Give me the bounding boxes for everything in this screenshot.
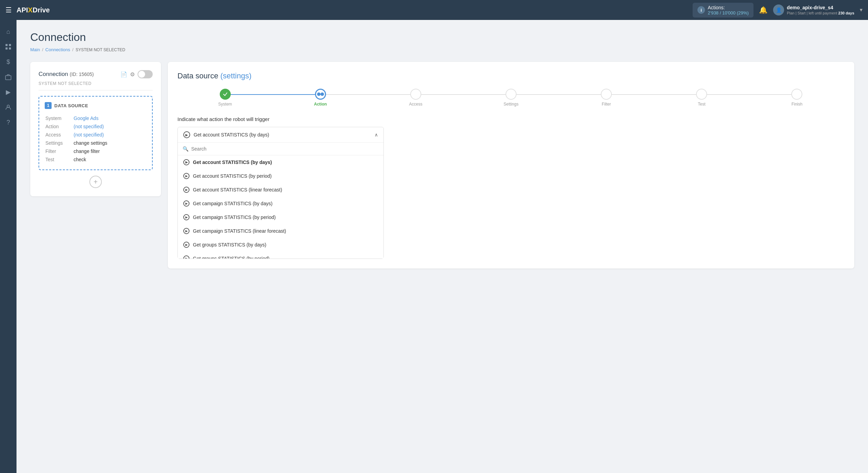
row-label: Filter — [45, 147, 73, 155]
step-settings[interactable]: Settings — [463, 89, 558, 107]
document-icon[interactable]: 📄 — [120, 71, 127, 78]
sidebar-item-work[interactable] — [2, 71, 14, 83]
row-value: Google Ads — [74, 114, 146, 122]
logo-drive: Drive — [33, 6, 50, 14]
logo: APIXDrive — [17, 6, 50, 14]
row-value: (not specified) — [74, 123, 146, 130]
actions-label: Actions: — [708, 5, 749, 10]
svg-rect-2 — [6, 47, 8, 50]
option-item[interactable]: ▶ Get account STATISTICS (linear forecas… — [178, 183, 383, 197]
step-circle-filter — [601, 89, 612, 100]
breadcrumb-main[interactable]: Main — [30, 47, 40, 52]
step-label-finish: Finish — [791, 102, 802, 107]
step-circle-action — [315, 89, 326, 100]
option-item[interactable]: ▶ Get campaign STATISTICS (by days) — [178, 197, 383, 210]
svg-rect-3 — [9, 47, 11, 50]
datasource-number: 1 — [45, 102, 52, 109]
step-access[interactable]: Access — [368, 89, 463, 107]
row-value: change filter — [74, 147, 146, 155]
dropdown-container: ▶ Get account STATISTICS (by days) ∧ 🔍 ▶… — [177, 127, 384, 259]
add-button[interactable]: + — [89, 176, 102, 188]
option-item[interactable]: ▶ Get account STATISTICS (by days) — [178, 155, 383, 169]
option-item[interactable]: ▶ Get campaign STATISTICS (linear foreca… — [178, 224, 383, 238]
test-value: check — [74, 157, 86, 162]
panels: Connection (ID: 15605) 📄 ⚙ SYSTEM NOT SE… — [30, 62, 854, 268]
stepper: System Action Access Settings — [177, 89, 845, 107]
breadcrumb: Main / Connections / SYSTEM NOT SELECTED — [30, 47, 854, 52]
toggle-switch[interactable] — [138, 70, 153, 78]
row-label: Action — [45, 123, 73, 130]
option-item[interactable]: ▶ Get groups STATISTICS (by days) — [178, 238, 383, 252]
search-input[interactable] — [191, 146, 379, 152]
row-label: System — [45, 114, 73, 122]
breadcrumb-connections[interactable]: Connections — [45, 47, 70, 52]
search-icon: 🔍 — [183, 146, 188, 152]
system-link[interactable]: Google Ads — [74, 116, 98, 121]
svg-rect-4 — [6, 76, 11, 80]
option-play-icon: ▶ — [183, 159, 189, 165]
step-label-access: Access — [409, 102, 423, 107]
breadcrumb-sep-1: / — [42, 47, 43, 52]
panel-icons: 📄 ⚙ — [120, 70, 153, 78]
user-menu[interactable]: 👤 demo_apix-drive_s4 Plan | Start | left… — [773, 4, 862, 15]
user-plan: Plan | Start | left until payment 230 da… — [787, 11, 854, 15]
right-panel-subtitle: (settings) — [220, 72, 251, 80]
option-text: Get campaign STATISTICS (by days) — [193, 201, 272, 206]
sidebar-item-billing[interactable]: $ — [2, 56, 14, 68]
option-play-icon: ▶ — [183, 214, 189, 220]
chevron-down-icon: ▾ — [860, 7, 862, 13]
option-text: Get campaign STATISTICS (linear forecast… — [193, 228, 286, 234]
chevron-up-icon: ∧ — [375, 132, 378, 138]
settings-gear-icon[interactable]: ⚙ — [130, 71, 135, 78]
action-link[interactable]: (not specified) — [74, 124, 104, 129]
option-item[interactable]: ▶ Get campaign STATISTICS (by period) — [178, 210, 383, 224]
step-circle-settings — [506, 89, 517, 100]
table-row: Test check — [45, 156, 146, 163]
table-row: Settings change settings — [45, 139, 146, 147]
panel-title: Connection (ID: 15605) — [39, 71, 94, 78]
sidebar: ⌂ $ ▶ ? — [0, 20, 17, 473]
sidebar-item-help[interactable]: ? — [2, 116, 14, 129]
breadcrumb-current: SYSTEM NOT SELECTED — [76, 47, 125, 52]
option-play-icon: ▶ — [183, 255, 189, 258]
option-text: Get groups STATISTICS (by days) — [193, 242, 266, 248]
menu-icon[interactable]: ☰ — [6, 6, 12, 14]
sidebar-item-connections[interactable] — [2, 41, 14, 53]
logo-x: X — [28, 6, 32, 14]
step-test[interactable]: Test — [654, 89, 749, 107]
datasource-table: System Google Ads Action (not specified)… — [45, 114, 147, 164]
row-value: check — [74, 156, 146, 163]
option-text: Get account STATISTICS (by period) — [193, 173, 272, 179]
step-label-test: Test — [698, 102, 705, 107]
option-play-icon: ▶ — [183, 228, 189, 234]
step-system[interactable]: System — [177, 89, 273, 107]
option-list: ▶ Get account STATISTICS (by days) ▶ Get… — [178, 155, 383, 258]
navbar: ☰ APIXDrive i Actions: 2'938 / 10'000 (2… — [0, 0, 868, 20]
dropdown-header[interactable]: ▶ Get account STATISTICS (by days) ∧ — [178, 127, 383, 142]
step-label-filter: Filter — [602, 102, 611, 107]
option-text: Get campaign STATISTICS (by period) — [193, 214, 276, 220]
step-circle-test — [696, 89, 707, 100]
option-item[interactable]: ▶ Get account STATISTICS (by period) — [178, 169, 383, 183]
option-play-icon: ▶ — [183, 242, 189, 248]
bell-icon[interactable]: 🔔 — [759, 6, 768, 14]
option-item[interactable]: ▶ Get groups STATISTICS (by period) — [178, 252, 383, 258]
access-link[interactable]: (not specified) — [74, 132, 104, 138]
step-finish[interactable]: Finish — [749, 89, 845, 107]
row-label: Test — [45, 156, 73, 163]
actions-count: 2'938 / 10'000 (29%) — [708, 10, 749, 15]
step-action[interactable]: Action — [273, 89, 368, 107]
table-row: Access (not specified) — [45, 131, 146, 139]
info-icon: i — [697, 6, 705, 14]
avatar: 👤 — [773, 4, 784, 15]
sidebar-item-home[interactable]: ⌂ — [2, 25, 14, 38]
sidebar-item-profile[interactable] — [2, 101, 14, 113]
sidebar-item-play[interactable]: ▶ — [2, 86, 14, 98]
table-row: Filter change filter — [45, 147, 146, 155]
step-filter[interactable]: Filter — [559, 89, 654, 107]
table-row: System Google Ads — [45, 114, 146, 122]
actions-box: i Actions: 2'938 / 10'000 (29%) — [693, 3, 753, 18]
option-play-icon: ▶ — [183, 187, 189, 193]
main-content: Connection Main / Connections / SYSTEM N… — [17, 20, 868, 473]
user-name: demo_apix-drive_s4 — [787, 4, 854, 11]
